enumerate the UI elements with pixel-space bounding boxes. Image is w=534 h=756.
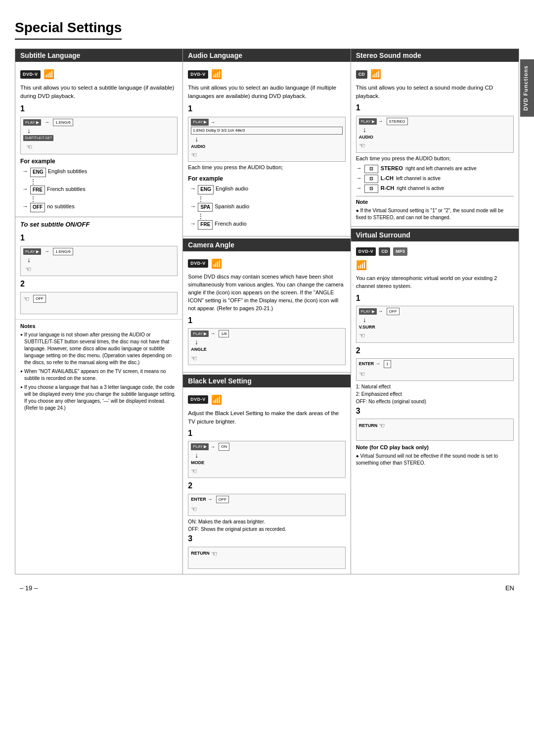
stereo-desc-lch: left channel is active — [396, 175, 441, 183]
vs-play-btn: PLAY ▶ — [359, 308, 377, 315]
vs-arrow-down1: ↓ — [363, 316, 511, 323]
to-set-section: To set subtitle ON/OFF 1 PLAY ▶ → 1.ENG/… — [15, 217, 182, 319]
divider-stereo-vs — [351, 226, 519, 227]
dvd-functions-tab: DVD Functions — [520, 59, 534, 117]
stereo-step1-diagram: PLAY ▶ → STEREO ↓ AUDIO ☜ — [356, 116, 514, 153]
subtitle-notes-title: Notes — [20, 323, 178, 330]
audio-ex-down-1: ⋮ — [198, 196, 345, 202]
remote-icon-vs: 📶 — [356, 259, 367, 272]
cd-badge-stereo: CD — [356, 70, 367, 79]
black-hand2: ☜ — [191, 504, 342, 514]
vs-enter-label: ENTER — [359, 361, 374, 367]
audio-step1: 1 PLAY ▶ → 1.ENG Dolby D 3/2.1ch 48k/3 ↓… — [188, 103, 345, 162]
ex-arrow-down-1: ⋮ — [30, 179, 178, 185]
subtitle-desc-off: no subtitles — [47, 203, 75, 211]
stereo-badge-stereo: ⊡ — [364, 165, 378, 173]
main-grid: Subtitle Language DVD-V 📶 This unit allo… — [15, 48, 519, 574]
page-suffix: EN — [505, 584, 514, 592]
subtitle-arrow-down1: ↓ — [27, 127, 175, 134]
vs-step1-diagram: PLAY ▶ → OFF ↓ V.SURR ☜ — [356, 306, 514, 343]
remote-icon-black: 📶 — [211, 393, 222, 406]
page-container: Special Settings Subtitle Language DVD-V… — [0, 0, 534, 756]
subtitle-step1-num: 1 — [20, 103, 178, 114]
stereo-divider — [356, 196, 514, 196]
subtitle-desc-eng: English subtitles — [48, 168, 88, 176]
subtitle-for-example: For example — [20, 157, 178, 166]
stereo-badge-lch: ⊡ — [364, 175, 378, 183]
black-play-row: PLAY ▶ → ON — [191, 443, 342, 451]
black-step2-diagram: ENTER → OFF ☜ — [188, 494, 345, 517]
remote-icon-subtitle: 📶 — [44, 68, 54, 81]
black-desc1: ON: Makes the dark areas brighter. — [188, 518, 345, 525]
subtitle-note-3: If you choose a language that has a 3 le… — [20, 384, 178, 412]
mode-label: MODE — [191, 460, 342, 466]
mp3-badge-vs: MP3 — [393, 247, 407, 256]
black-header: Black Level Setting — [183, 375, 350, 387]
audio-step1-num: 1 — [188, 103, 345, 114]
stereo-row-rch: → ⊡ R-CH right channel is active — [356, 185, 514, 193]
audio-ex-arrow-fre: → — [190, 220, 196, 228]
audio-badge-eng: ENG — [198, 185, 214, 194]
vs-note-cd-text: ● Virtual Surround will not be effective… — [356, 453, 514, 467]
stereo-note-text: ● If the Virtual Surround setting is "1"… — [356, 207, 514, 221]
divider-camera-black — [183, 372, 350, 373]
black-arrow-down1: ↓ — [195, 452, 342, 459]
stereo-desc-rch: right channel is active — [397, 185, 444, 192]
stereo-press-text: Each time you press the AUDIO button; — [356, 155, 514, 163]
ex-arrow-off: → — [22, 203, 28, 211]
audio-body-text: This unit allows you to select an audio … — [188, 84, 345, 100]
stereo-label-lch: L-CH — [381, 175, 394, 183]
col-stereo: Stereo Sound mode CD 📶 This unit allows … — [351, 49, 519, 574]
ex-arrow-1: → — [22, 168, 28, 176]
black-screen1: ON — [219, 443, 229, 451]
vs-note-cd-title: Note (for CD play back only) — [356, 444, 514, 452]
vs-hand1: ☜ — [359, 331, 511, 340]
to-set-screen1: 1.ENG/6 — [53, 248, 73, 256]
audio-play-btn: PLAY ▶ — [191, 119, 209, 126]
black-step2-row: ENTER → OFF — [191, 496, 342, 504]
dvdv-badge-subtitle: DVD-V — [20, 70, 41, 79]
camera-play-btn: PLAY ▶ — [191, 331, 209, 337]
subtitle-btn: SUBTITLE/T-SET — [23, 135, 53, 141]
ex-arrow-down-2: ⋮ — [30, 196, 178, 202]
subtitle-arrow1: → — [44, 119, 49, 126]
angle-label: ANGLE — [191, 346, 342, 353]
subtitle-badge-fre: FRE — [30, 186, 45, 195]
to-set-play-row: PLAY ▶ → 1.ENG/6 — [23, 248, 175, 256]
black-step3-row: RETURN ☜ — [191, 549, 342, 559]
audio-badge-fre: FRE — [198, 220, 213, 230]
black-step-descs: ON: Makes the dark areas brighter. OFF: … — [188, 518, 345, 533]
camera-step1-diagram: PLAY ▶ → 1/8 ↓ ANGLE ☜ — [188, 328, 345, 365]
black-step1-num: 1 — [188, 427, 345, 439]
vs-effect-1: 1: Natural effect — [356, 383, 514, 390]
audio-ex-arrow-spa: → — [190, 203, 196, 211]
vs-hand3: ☜ — [379, 421, 385, 430]
stereo-play-btn: PLAY ▶ — [359, 118, 377, 125]
to-set-hand2: ☜ — [23, 294, 30, 304]
black-desc2: OFF: Shows the original picture as recor… — [188, 525, 345, 533]
black-body-text: Adjust the Black Level Setting to make t… — [188, 409, 345, 425]
subtitle-step1-diagram: PLAY ▶ → 1.ENG/6 ↓ SUBTITLE/T-SET ☜ — [20, 117, 178, 154]
subtitle-step1: 1 PLAY ▶ → 1.ENG/6 ↓ SUBTITLE/T-SET ☜ — [20, 103, 178, 154]
vs-step2-row: ENTER → 1 — [359, 360, 511, 368]
dvdv-badge-vs: DVD-V — [356, 247, 376, 256]
stereo-body: CD 📶 This unit allows you to select a so… — [351, 65, 519, 224]
stereo-step1-num: 1 — [356, 102, 514, 113]
to-set-step2-num: 2 — [20, 278, 178, 289]
audio-ex-row-eng: → ENG English audio — [190, 185, 345, 194]
audio-body: DVD-V 📶 This unit allows you to select a… — [183, 65, 350, 234]
vs-body-text: You can enjoy stereophonic virtual world… — [356, 275, 514, 290]
stereo-row-lch: → ⊡ L-CH left channel is active — [356, 175, 514, 183]
stereo-header: Stereo Sound mode — [351, 49, 519, 62]
stereo-hand: ☜ — [359, 141, 511, 150]
black-icon-row: DVD-V 📶 — [188, 393, 345, 406]
audio-ex-down-2: ⋮ — [198, 213, 345, 219]
subtitle-badge-off: OFF — [30, 203, 45, 212]
black-step1-diagram: PLAY ▶ → ON ↓ MODE ☜ — [188, 441, 345, 478]
stereo-note-title: Note — [356, 198, 514, 206]
ex-arrow-2: → — [22, 186, 28, 193]
vs-effect-2: 2: Emphasized effect — [356, 390, 514, 398]
black-step2-num: 2 — [188, 480, 345, 491]
stereo-badge-rch: ⊡ — [364, 185, 378, 193]
audio-screen1: 1.ENG Dolby D 3/2.1ch 48k/3 — [191, 127, 342, 135]
